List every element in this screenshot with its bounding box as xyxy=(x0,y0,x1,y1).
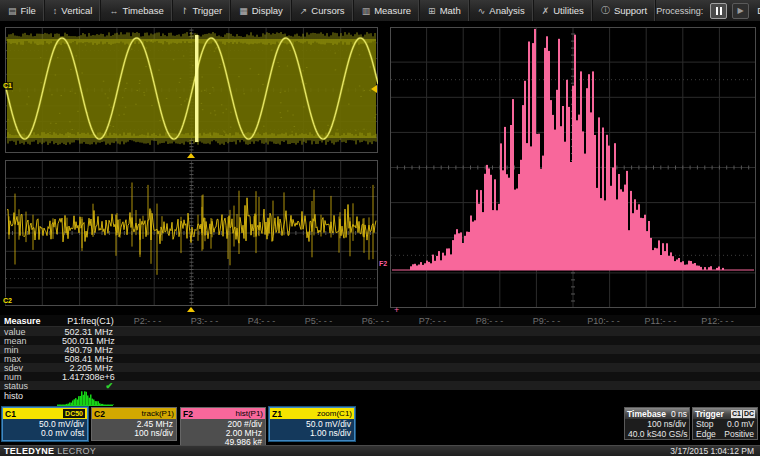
menu-item-label: Utilities xyxy=(553,5,584,16)
measure-title: Measure xyxy=(0,316,62,326)
menu-items: ▤File↕Vertical↔Timebase↾Trigger▦Display↗… xyxy=(0,0,656,21)
menu-item-label: Display xyxy=(252,5,283,16)
brand-lecroy: LECROY xyxy=(57,446,96,456)
descriptor-id: Z1 xyxy=(272,409,282,419)
measure-column-header-p6[interactable]: P6:- - - xyxy=(347,316,404,326)
trigger-slope: Positive xyxy=(724,429,754,439)
measure-row-label: status xyxy=(0,381,62,391)
play-button[interactable]: ▶ xyxy=(732,3,749,19)
trigger-row-mode: Stop 0.0 mV xyxy=(693,419,757,429)
descriptor-header-c2: C2track(P1) xyxy=(92,408,176,419)
measure-p1-status: ✔ xyxy=(62,381,119,391)
measure-header-row: MeasureP1:freq(C1)P2:- - -P3:- - -P4:- -… xyxy=(0,315,760,327)
descriptor-c1[interactable]: C1DC5050.0 mV/div0.0 mV ofst xyxy=(2,407,88,441)
support-icon: ⓘ xyxy=(601,4,610,17)
cursors-icon: ↗ xyxy=(300,6,308,16)
c1-trigger-level-marker[interactable] xyxy=(371,85,377,93)
timebase-scale: 100 ns/div xyxy=(647,419,686,429)
f2-center-marker[interactable]: + xyxy=(394,306,399,314)
descriptor-id: C2 xyxy=(94,409,105,419)
f2-histogram-panel[interactable] xyxy=(390,27,756,308)
menu-item-label: Support xyxy=(614,5,647,16)
measure-column-header-p1[interactable]: P1:freq(C1) xyxy=(62,316,119,326)
measure-column-header-p11[interactable]: P11:- - - xyxy=(632,316,689,326)
trigger-type: Edge xyxy=(696,429,716,439)
descriptor-id: F2 xyxy=(183,409,193,419)
analysis-icon: ∿ xyxy=(478,6,486,16)
measure-column-header-p4[interactable]: P4:- - - xyxy=(233,316,290,326)
menubar-right: Processing: ▶ Default Undo ↶ xyxy=(656,1,760,20)
trigger-source-badge: C1 xyxy=(731,410,742,418)
measure-row-status: status✔ xyxy=(0,381,760,390)
menu-item-label: Measure xyxy=(374,5,411,16)
trigger-row-type: Edge Positive xyxy=(693,429,757,439)
menu-item-vertical[interactable]: ↕Vertical xyxy=(45,0,102,21)
c2-track-waveform-panel[interactable] xyxy=(5,160,378,306)
timebase-row-scale: 100 ns/div xyxy=(625,419,689,429)
trigger-header: Trigger C1DC xyxy=(693,408,757,419)
menu-item-cursors[interactable]: ↗Cursors xyxy=(292,0,354,21)
c2-trigger-time-marker[interactable] xyxy=(187,307,195,312)
measure-column-header-p3[interactable]: P3:- - - xyxy=(176,316,233,326)
descriptor-z1[interactable]: Z1zoom(C1)50.0 mV/div1.00 ns/div xyxy=(269,407,355,441)
measure-column-header-p10[interactable]: P10:- - - xyxy=(575,316,632,326)
measure-column-header-p7[interactable]: P7:- - - xyxy=(404,316,461,326)
menu-item-measure[interactable]: ▥Measure xyxy=(354,0,420,21)
c1-trigger-time-marker[interactable] xyxy=(187,153,195,158)
descriptor-id: C1 xyxy=(5,409,16,419)
trigger-level: 0.0 mV xyxy=(727,419,754,429)
timebase-row-sampling: 40.0 kS 40 GS/s xyxy=(625,429,689,439)
menu-item-label: Math xyxy=(440,5,461,16)
f2-channel-tag[interactable]: F2 xyxy=(378,260,388,268)
display-icon: ▦ xyxy=(239,6,248,16)
timebase-panel[interactable]: Timebase 0 ns 100 ns/div 40.0 kS 40 GS/s xyxy=(624,407,690,440)
timebase-rate: 40 GS/s xyxy=(657,429,688,439)
measure-column-header-p12[interactable]: P12:- - - xyxy=(689,316,746,326)
coupling-badge: DC50 xyxy=(63,409,85,418)
processing-label: Processing: xyxy=(656,6,703,16)
pause-icon xyxy=(716,7,722,15)
descriptor-value-line: 0.0 mV ofst xyxy=(6,429,84,438)
descriptor-body: 50.0 mV/div1.00 ns/div xyxy=(270,419,354,440)
timebase-title: Timebase xyxy=(627,409,666,419)
measure-column-header-p9[interactable]: P9:- - - xyxy=(518,316,575,326)
menu-item-utilities[interactable]: ✗Utilities xyxy=(534,0,593,21)
histo-thumbnail[interactable] xyxy=(57,390,115,407)
descriptor-function-label: hist(P1) xyxy=(235,409,263,418)
measure-column-header-p8[interactable]: P8:- - - xyxy=(461,316,518,326)
c2-channel-tag[interactable]: C2 xyxy=(2,297,13,305)
menu-item-support[interactable]: ⓘSupport xyxy=(593,0,656,21)
menu-item-label: File xyxy=(21,5,36,16)
trigger-icon: ↾ xyxy=(181,6,189,16)
pause-button[interactable] xyxy=(710,3,727,19)
datetime-label: 3/17/2015 1:04:12 PM xyxy=(670,446,754,456)
trigger-panel[interactable]: Trigger C1DC Stop 0.0 mV Edge Positive xyxy=(692,407,758,440)
descriptor-value-line: 1.00 ns/div xyxy=(273,429,351,438)
timebase-offset: 0 ns xyxy=(671,409,687,419)
menu-item-file[interactable]: ▤File xyxy=(0,0,45,21)
descriptor-body: 2.45 MHz100 ns/div xyxy=(92,419,176,440)
menu-item-display[interactable]: ▦Display xyxy=(231,0,292,21)
descriptor-value-line: 100 ns/div xyxy=(95,429,173,438)
menu-item-timebase[interactable]: ↔Timebase xyxy=(101,0,172,21)
menu-item-analysis[interactable]: ∿Analysis xyxy=(470,0,534,21)
vertical-icon: ↕ xyxy=(53,6,58,16)
trigger-mode: Stop xyxy=(696,419,714,429)
c1-channel-tag[interactable]: C1 xyxy=(2,82,13,90)
c1-sine-waveform-panel[interactable] xyxy=(5,27,378,153)
math-icon: ⊞ xyxy=(428,6,436,16)
measure-column-header-p5[interactable]: P5:- - - xyxy=(290,316,347,326)
histo-label: histo xyxy=(4,391,23,401)
descriptor-function-label: track(P1) xyxy=(142,409,174,418)
menu-item-label: Cursors xyxy=(311,5,344,16)
brand-teledyne: TELEDYNE xyxy=(4,446,54,456)
measure-icon: ▥ xyxy=(362,6,371,16)
trigger-source-badge: DC xyxy=(743,410,755,418)
descriptor-c2[interactable]: C2track(P1)2.45 MHz100 ns/div xyxy=(91,407,177,441)
menu-item-trigger[interactable]: ↾Trigger xyxy=(173,0,231,21)
brand-logo: TELEDYNE LECROY xyxy=(4,446,96,456)
descriptor-f2[interactable]: F2hist(P1)200 #/div2.00 MHz49.986 k# xyxy=(180,407,266,450)
menubar: ▤File↕Vertical↔Timebase↾Trigger▦Display↗… xyxy=(0,0,760,22)
menu-item-math[interactable]: ⊞Math xyxy=(420,0,470,21)
measure-column-header-p2[interactable]: P2:- - - xyxy=(119,316,176,326)
